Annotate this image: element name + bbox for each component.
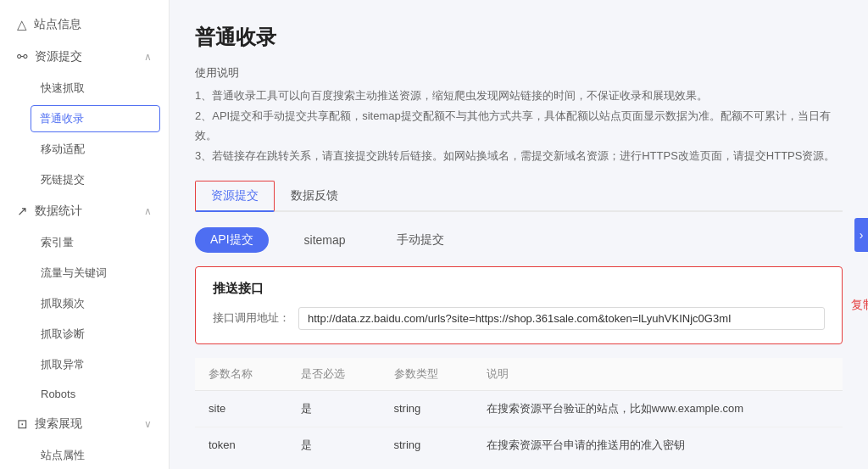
usage-item-1: 1、普通收录工具可以向百度搜索主动推送资源，缩短爬虫发现网站链接的时间，不保证收… xyxy=(195,86,843,105)
page-title: 普通收录 xyxy=(195,24,843,51)
chart-icon: ↗ xyxy=(17,204,28,219)
main-tabs: 资源提交 数据反馈 xyxy=(195,181,843,212)
usage-item-3: 3、若链接存在跳转关系，请直接提交跳转后链接。如网站换域名，需提交新域名资源；进… xyxy=(195,146,843,165)
col-required: 是否必选 xyxy=(287,358,380,391)
chevron-up-icon: ∧ xyxy=(144,205,152,217)
sub-tabs: API提交 sitemap 手动提交 xyxy=(195,227,843,253)
sidebar-sub-crawl-abnormal[interactable]: 抓取异常 xyxy=(0,349,169,380)
usage-section: 使用说明 1、普通收录工具可以向百度搜索主动推送资源，缩短爬虫发现网站链接的时间… xyxy=(195,63,843,165)
col-param-name: 参数名称 xyxy=(195,358,287,391)
sidebar-sub-mobile-adapt[interactable]: 移动适配 xyxy=(0,134,169,165)
sidebar-item-search-display[interactable]: ⊡ 搜索展现 ∨ xyxy=(0,408,169,440)
table-row: token 是 string 在搜索资源平台申请的推送用的准入密钥 xyxy=(195,427,843,463)
cell-param-name: token xyxy=(195,427,287,463)
sidebar-item-resource-submit[interactable]: ⚯ 资源提交 ∧ xyxy=(0,41,169,73)
chevron-down-icon: ∨ xyxy=(144,418,152,430)
sidebar-group-label: 搜索展现 xyxy=(35,416,82,432)
cell-required: 是 xyxy=(287,427,380,463)
sidebar-sub-crawl-diagnose[interactable]: 抓取诊断 xyxy=(0,319,169,349)
sidebar-sub-crawl-frequency[interactable]: 抓取频次 xyxy=(0,288,169,319)
sidebar-sub-site-attr[interactable]: 站点属性 xyxy=(0,440,169,469)
cell-type: string xyxy=(381,390,473,427)
copy-api-hint[interactable]: 复制这个API xyxy=(851,298,868,313)
sidebar-sub-robots[interactable]: Robots xyxy=(0,380,169,408)
table-row: site 是 string 在搜索资源平台验证的站点，比如www.example… xyxy=(195,390,843,427)
tab-data-feedback[interactable]: 数据反馈 xyxy=(275,181,354,212)
cell-required: 是 xyxy=(287,390,380,427)
params-table: 参数名称 是否必选 参数类型 说明 site 是 string 在搜索资源平台验… xyxy=(195,358,843,463)
link-icon: ⚯ xyxy=(17,49,28,64)
sidebar-sub-index-count[interactable]: 索引量 xyxy=(0,227,169,258)
main-content: 普通收录 使用说明 1、普通收录工具可以向百度搜索主动推送资源，缩短爬虫发现网站… xyxy=(170,0,868,469)
sidebar-group-label: 站点信息 xyxy=(34,17,81,32)
tab-resource-submit[interactable]: 资源提交 xyxy=(195,181,275,212)
usage-item-2: 2、API提交和手动提交共享配额，sitemap提交配额不与其他方式共享，具体配… xyxy=(195,106,843,146)
api-section-title: 推送接口 xyxy=(213,281,825,297)
sidebar-item-data-stats[interactable]: ↗ 数据统计 ∧ xyxy=(0,195,169,227)
col-desc: 说明 xyxy=(473,358,843,391)
search-icon: ⊡ xyxy=(17,416,28,432)
col-param-type: 参数类型 xyxy=(381,358,473,391)
chevron-up-icon: ∧ xyxy=(144,51,152,63)
usage-title: 使用说明 xyxy=(195,63,843,82)
cell-desc: 在搜索资源平台验证的站点，比如www.example.com xyxy=(473,390,843,427)
sub-tab-manual-submit[interactable]: 手动提交 xyxy=(381,227,459,253)
arrow-icon: › xyxy=(860,228,864,242)
sidebar-sub-normal-index[interactable]: 普通收录 xyxy=(31,105,160,132)
sub-tab-sitemap[interactable]: sitemap xyxy=(289,228,361,252)
home-icon: △ xyxy=(17,17,27,32)
sidebar-group-label: 数据统计 xyxy=(35,204,82,219)
sub-tab-api-submit[interactable]: API提交 xyxy=(195,227,269,253)
api-section: 推送接口 接口调用地址： http://data.zz.baidu.com/ur… xyxy=(195,266,843,344)
sidebar-sub-traffic-keywords[interactable]: 流量与关键词 xyxy=(0,258,169,288)
sidebar-sub-dead-link[interactable]: 死链提交 xyxy=(0,165,169,195)
cell-desc: 在搜索资源平台申请的推送用的准入密钥 xyxy=(473,427,843,463)
cell-type: string xyxy=(381,427,473,463)
sidebar-group-label: 资源提交 xyxy=(35,49,82,64)
api-url-label: 接口调用地址： xyxy=(213,310,290,326)
sidebar-sub-quick-crawl[interactable]: 快速抓取 xyxy=(0,73,169,103)
cell-param-name: site xyxy=(195,390,287,427)
right-side-arrow[interactable]: › xyxy=(854,218,868,252)
api-url-row: 接口调用地址： http://data.zz.baidu.com/urls?si… xyxy=(213,307,825,330)
sidebar: △ 站点信息 ⚯ 资源提交 ∧ 快速抓取 普通收录 移动适配 死链提交 ↗ 数据… xyxy=(0,0,170,469)
api-url-value[interactable]: http://data.zz.baidu.com/urls?site=https… xyxy=(298,307,825,330)
sidebar-item-site-info[interactable]: △ 站点信息 xyxy=(0,8,169,41)
